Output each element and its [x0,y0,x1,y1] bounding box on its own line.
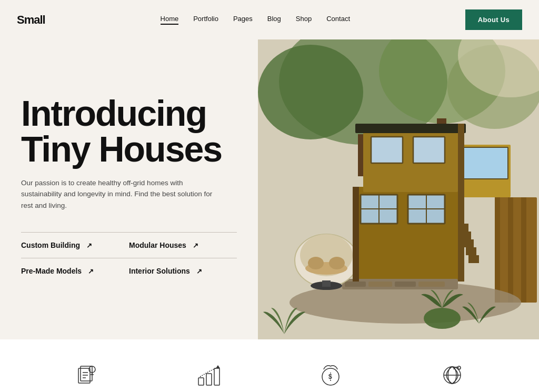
feature-card-innovative: Innovative Natus error sit voluptatem ac… [35,360,140,392]
svg-rect-25 [495,197,537,303]
svg-rect-44 [458,124,464,282]
about-button[interactable]: About Us [465,9,522,30]
svg-rect-22 [463,239,474,247]
svg-rect-43 [355,124,466,133]
feature-modular-houses[interactable]: Modular Houses ↗ [129,232,237,258]
nav-shop[interactable]: Shop [296,15,312,25]
innovative-icon [73,360,102,389]
hero-subtitle: Our passion is to create healthy off-gri… [21,177,221,212]
svg-rect-33 [395,282,416,287]
svg-rect-45 [353,187,359,282]
feature-label: Modular Houses [129,241,186,249]
feature-custom-building[interactable]: Custom Building ↗ [21,232,129,258]
svg-rect-31 [345,282,366,287]
svg-rect-19 [461,147,508,179]
svg-marker-57 [216,365,220,368]
hero-image [258,39,539,339]
features-grid: Custom Building ↗ Modular Houses ↗ Pre-M… [21,232,237,284]
hero-section: IntroducingTiny Houses Our passion is to… [0,39,539,339]
feature-card-eco: Eco-Friendly Natus error sit voluptatem … [400,360,505,392]
feature-interior-solutions[interactable]: Interior Solutions ↗ [129,258,237,284]
svg-rect-56 [214,368,219,385]
feature-label: Interior Solutions [129,267,190,275]
feature-arrow: ↗ [86,242,92,249]
affordable-icon: $ [316,360,345,389]
svg-rect-24 [468,255,479,263]
hero-title: IntroducingTiny Houses [21,95,237,167]
bottom-features: Innovative Natus error sit voluptatem ac… [0,339,539,392]
feature-label: Custom Building [21,241,80,249]
svg-text:$: $ [328,373,332,380]
svg-rect-34 [418,282,445,287]
svg-rect-26 [495,197,500,303]
hero-left-panel: IntroducingTiny Houses Our passion is to… [0,39,258,339]
feature-premade-models[interactable]: Pre-Made Models ↗ [21,258,129,284]
feature-card-scalable: Scalable Natus error sit voluptatem accu… [156,360,262,392]
nav-contact[interactable]: Contact [326,15,350,25]
nav-home[interactable]: Home [161,15,179,25]
svg-rect-23 [466,247,476,255]
hero-image-panel [258,39,539,339]
feature-card-affordable: $ Affordable Natus error sit voluptatem … [278,360,383,392]
svg-rect-28 [521,197,526,303]
scalable-icon [194,360,223,389]
svg-point-38 [308,257,324,269]
feature-arrow: ↗ [88,267,94,275]
site-header: Small Home Portfolio Pages Blog Shop Con… [0,0,539,39]
svg-rect-16 [371,137,403,163]
svg-rect-17 [413,137,445,163]
feature-arrow: ↗ [193,242,198,249]
svg-point-42 [424,308,461,329]
feature-label: Pre-Made Models [21,267,82,275]
eco-friendly-icon [437,360,466,389]
svg-rect-55 [206,374,212,385]
svg-rect-27 [508,197,513,303]
nav-pages[interactable]: Pages [233,15,253,25]
svg-point-39 [329,257,345,269]
feature-arrow: ↗ [196,267,202,275]
svg-rect-32 [368,282,392,287]
main-nav: Home Portfolio Pages Blog Shop Contact [161,15,350,25]
nav-portfolio[interactable]: Portfolio [193,15,218,25]
svg-rect-54 [198,378,204,385]
nav-blog[interactable]: Blog [267,15,281,25]
svg-rect-41 [322,280,331,287]
svg-point-3 [258,45,363,139]
site-logo: Small [17,13,45,27]
